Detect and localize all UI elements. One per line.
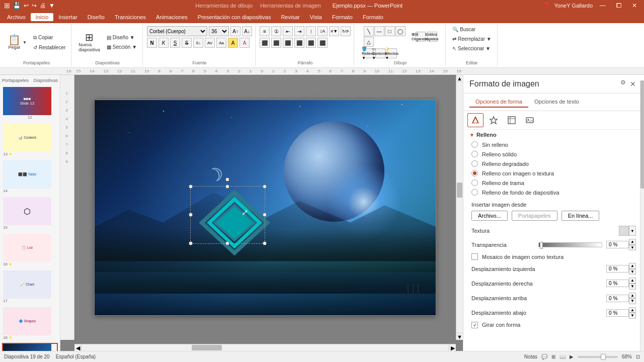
tab-opciones-texto[interactable]: Opciones de texto bbox=[528, 97, 585, 108]
menu-insertar[interactable]: Insertar bbox=[53, 13, 82, 21]
slide-12-thumb[interactable]: ■■■Slide 12 12 bbox=[2, 86, 58, 121]
bold-button[interactable]: N bbox=[147, 38, 157, 48]
mosaico-checkbox[interactable] bbox=[471, 253, 478, 260]
seccion-button[interactable]: ▦ Sección ▼ bbox=[104, 43, 139, 51]
effects-format-icon[interactable] bbox=[486, 113, 502, 127]
align-right-btn[interactable]: ⬛ bbox=[283, 38, 293, 48]
layout-format-icon[interactable] bbox=[504, 113, 520, 127]
indent-more-btn[interactable]: ⇥ bbox=[294, 26, 304, 36]
fit-window-btn[interactable]: ⊡ bbox=[636, 354, 640, 359]
text-direction-btn[interactable]: ↕A bbox=[317, 26, 328, 36]
portapapeles-btn[interactable]: Portapapeles bbox=[512, 211, 557, 221]
comments-btn[interactable]: 💬 bbox=[541, 354, 547, 359]
despl-der-down-btn[interactable]: ▼ bbox=[629, 284, 636, 290]
menu-transiciones[interactable]: Transiciones bbox=[110, 13, 151, 21]
despl-arr-value[interactable] bbox=[606, 295, 629, 302]
seleccionar-button[interactable]: ↖ Seleccionar ▼ bbox=[450, 44, 493, 53]
menu-vista[interactable]: Vista bbox=[305, 13, 327, 21]
help-icon[interactable]: ❓ bbox=[543, 3, 550, 9]
despl-izq-up-btn[interactable]: ▲ bbox=[629, 263, 636, 269]
transparencia-handle[interactable] bbox=[540, 242, 543, 249]
print-btn[interactable]: 🖨 bbox=[40, 2, 46, 9]
scroll-left-btn[interactable]: ◀ bbox=[74, 344, 82, 351]
menu-inicio[interactable]: Inicio bbox=[31, 13, 54, 21]
scroll-right-btn[interactable]: ▶ bbox=[449, 344, 456, 351]
shape2[interactable]: — bbox=[374, 26, 384, 36]
despl-arr-up-btn[interactable]: ▲ bbox=[629, 293, 636, 299]
paste-arrow[interactable]: ▼ bbox=[23, 40, 27, 45]
estilos-btn[interactable]: Estilosrápidos bbox=[427, 32, 437, 42]
transparencia-down-btn[interactable]: ▼ bbox=[629, 245, 636, 251]
copiar-button[interactable]: ⧉ Copiar bbox=[31, 33, 68, 42]
menu-formato2[interactable]: Formato bbox=[358, 13, 388, 21]
smartart-btn[interactable]: ↻⟳ bbox=[341, 26, 351, 36]
view-slideshow-btn[interactable]: ▶ bbox=[570, 354, 574, 359]
archivo-btn[interactable]: Archivo... bbox=[471, 211, 508, 221]
panel-close-btn[interactable]: ✕ bbox=[628, 79, 638, 89]
image-format-icon[interactable] bbox=[522, 113, 538, 127]
zoom-slider[interactable] bbox=[578, 356, 618, 358]
cols-btn[interactable]: ⫶ bbox=[306, 26, 316, 36]
radio-relleno-degradado[interactable]: Relleno degradado bbox=[463, 159, 644, 168]
despl-arr-down-btn[interactable]: ▼ bbox=[629, 298, 636, 304]
relleno-solido-radio[interactable] bbox=[471, 151, 478, 157]
align-col-btn[interactable]: ⬛ bbox=[306, 38, 316, 48]
panel-scroll-thumb[interactable] bbox=[640, 80, 644, 189]
scroll-up-btn[interactable]: ▲ bbox=[456, 75, 463, 82]
char-spacing-btn[interactable]: AV bbox=[205, 38, 215, 48]
relleno-trama-radio[interactable] bbox=[471, 179, 478, 186]
despl-abaj-up-btn[interactable]: ▲ bbox=[629, 307, 636, 313]
numbering-btn[interactable]: ① bbox=[271, 26, 281, 36]
transparencia-up-btn[interactable]: ▲ bbox=[629, 239, 636, 245]
slide-viewport[interactable]: ● ☽ bbox=[94, 100, 436, 316]
font-grow-btn[interactable]: A↑ bbox=[230, 26, 240, 36]
italic-button[interactable]: K bbox=[158, 38, 169, 48]
view-normal-btn[interactable]: ⊞ bbox=[551, 354, 555, 359]
redo-btn[interactable]: ↪ bbox=[32, 2, 37, 9]
restore-btn[interactable]: ⧠ bbox=[613, 1, 625, 10]
menu-diseno[interactable]: Diseño bbox=[83, 13, 110, 21]
customize-btn[interactable]: ▼ bbox=[49, 2, 55, 9]
radio-sin-relleno[interactable]: Sin relleno bbox=[463, 140, 644, 149]
menu-revisar[interactable]: Revisar bbox=[276, 13, 304, 21]
texture-preview-btn[interactable] bbox=[619, 226, 629, 236]
radio-relleno-trama[interactable]: Relleno de trama bbox=[463, 178, 644, 188]
font-color-btn[interactable]: A bbox=[239, 38, 250, 48]
shape4[interactable]: ◯ bbox=[395, 26, 406, 36]
bullets-btn[interactable]: ≡ bbox=[260, 26, 270, 36]
en-linea-btn[interactable]: En línea... bbox=[561, 211, 600, 221]
relleno-fondo-radio[interactable] bbox=[471, 189, 478, 196]
radio-relleno-fondo[interactable]: Relleno de fondo de diapositiva bbox=[463, 188, 644, 197]
view-reading-btn[interactable]: 📖 bbox=[559, 354, 566, 359]
align-center-btn[interactable]: ⬛ bbox=[271, 38, 281, 48]
font-shrink-btn[interactable]: A↓ bbox=[242, 26, 252, 36]
diamond-shape-element[interactable] bbox=[197, 190, 272, 255]
slide-13-thumb[interactable]: 📊 Content 13 ★ bbox=[2, 123, 58, 157]
shape1[interactable]: ╲ bbox=[364, 26, 374, 36]
case-btn[interactable]: Aa bbox=[216, 38, 226, 48]
slide-14-thumb[interactable]: ⬛⬛ Table 14 bbox=[2, 159, 58, 194]
slide-15-thumb[interactable]: ⬡ 15 bbox=[2, 196, 58, 231]
restablecer-button[interactable]: ↺ Restablecer bbox=[31, 43, 68, 52]
highlight-btn[interactable]: A bbox=[228, 38, 238, 48]
quick-save[interactable]: 💾 bbox=[13, 2, 21, 9]
fill-format-icon[interactable] bbox=[467, 113, 484, 127]
slide-16-thumb[interactable]: 📋 List 16 ★ bbox=[2, 233, 58, 267]
tab-opciones-forma[interactable]: Opciones de forma bbox=[469, 97, 528, 108]
organizar-btn[interactable]: ⊞⊟Organizar bbox=[416, 32, 426, 42]
relleno-imagen-radio[interactable] bbox=[471, 170, 478, 176]
minimize-btn[interactable]: — bbox=[597, 1, 609, 10]
justify-btn[interactable]: ⬛ bbox=[294, 38, 304, 48]
despl-izq-value[interactable] bbox=[606, 265, 629, 273]
relleno-degradado-radio[interactable] bbox=[471, 160, 478, 167]
radio-relleno-solido[interactable]: Relleno sólido bbox=[463, 149, 644, 159]
transparencia-value[interactable] bbox=[606, 241, 629, 248]
shape3[interactable]: □ bbox=[385, 26, 395, 36]
font-size-select[interactable]: 36 bbox=[209, 26, 229, 36]
menu-archivo[interactable]: Archivo bbox=[2, 13, 31, 21]
menu-formato1[interactable]: Formato bbox=[327, 13, 358, 21]
diseno-button[interactable]: ▤ Diseño ▼ bbox=[104, 33, 139, 42]
font-family-select[interactable]: Corbel (Cuerpo) bbox=[147, 26, 207, 36]
panel-settings-btn[interactable]: ⚙ bbox=[620, 79, 626, 89]
scroll-thumb[interactable] bbox=[457, 183, 462, 198]
